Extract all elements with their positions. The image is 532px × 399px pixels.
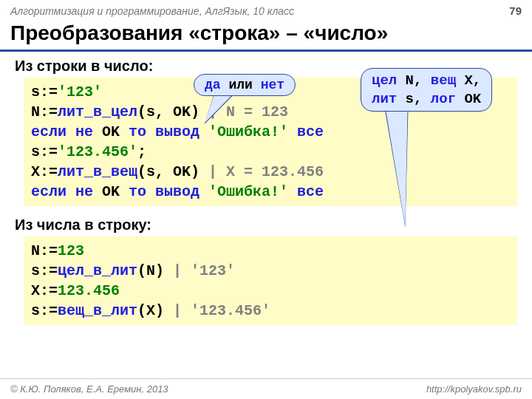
kw: лит_в_вещ [58,163,137,180]
section2-label: Из числа в строку: [0,211,532,235]
code-line: X:=123.456 [31,281,510,301]
code-line: X:=лит_в_вещ(s, OK) | X = 123.456 [31,162,510,182]
code-line: N:=123 [31,241,510,261]
kw: если не [31,123,93,140]
code-line: если не OK то вывод 'Ошибка!' все [31,122,510,142]
page-number: 79 [509,4,522,17]
footer-url: http://kpolyakov.spb.ru [426,383,522,395]
txt: s:= [31,262,58,279]
kw: да [205,78,221,92]
kw: то вывод [129,183,200,200]
str: '123' [58,83,102,100]
code-line: s:='123.456'; [31,142,510,162]
comment: | '123.456' [173,302,270,319]
kw: лит [372,91,397,107]
kw: то вывод [129,123,200,140]
txt: X, [456,72,481,89]
txt: OK [93,123,129,140]
txt: s:= [31,143,58,160]
kw: вещ_в_лит [58,302,137,319]
txt: X:= [31,163,58,180]
kw: все [297,123,324,140]
course-name: Алгоритмизация и программирование, АлгЯз… [10,5,294,17]
callout-declarations: цел N, вещ X, лит s, лог OK [361,68,492,112]
txt: s, [397,91,431,107]
kw: лог [431,91,456,107]
comment: | X = 123.456 [208,163,324,180]
txt: (X) [137,302,173,319]
code-line: если не OK то вывод 'Ошибка!' все [31,182,510,202]
slide-header: Алгоритмизация и программирование, АлгЯз… [0,0,532,20]
kw: цел [372,72,397,89]
txt: s:= [31,302,58,319]
txt: OK [456,91,481,107]
kw: цел_в_лит [58,262,137,279]
num: 123.456 [58,282,120,299]
comment: | '123' [173,262,235,279]
num: 123 [58,242,84,259]
kw: нет [261,78,284,92]
txt: X:= [31,282,58,299]
code-line: s:=вещ_в_лит(X) | '123.456' [31,301,510,321]
txt: (s, OK) [137,163,208,180]
str: '123.456' [58,143,137,160]
slide-footer: © К.Ю. Поляков, Е.А. Еремин, 2013 http:/… [0,378,532,399]
str: 'Ошибка!' [200,183,297,200]
copyright: © К.Ю. Поляков, Е.А. Еремин, 2013 [10,383,168,395]
kw: лит_в_цел [58,103,137,120]
kw: вещ [431,72,456,89]
txt: (N) [137,262,173,279]
txt: OK [93,183,129,200]
str: 'Ошибка!' [200,123,297,140]
txt: или [221,78,261,92]
txt: s:= [31,83,58,100]
slide-title: Преобразования «строка» – «число» [0,20,532,52]
txt: N, [397,72,431,89]
txt: N:= [31,242,58,259]
kw: если не [31,183,93,200]
callout-yes-no: да или нет [194,74,296,96]
code-line: s:=цел_в_лит(N) | '123' [31,261,510,281]
txt: (s, OK) [137,103,208,120]
code-block-2: N:=123 s:=цел_в_лит(N) | '123' X:=123.45… [24,236,517,325]
kw: все [297,183,324,200]
txt: N:= [31,103,58,120]
txt: ; [137,143,146,160]
